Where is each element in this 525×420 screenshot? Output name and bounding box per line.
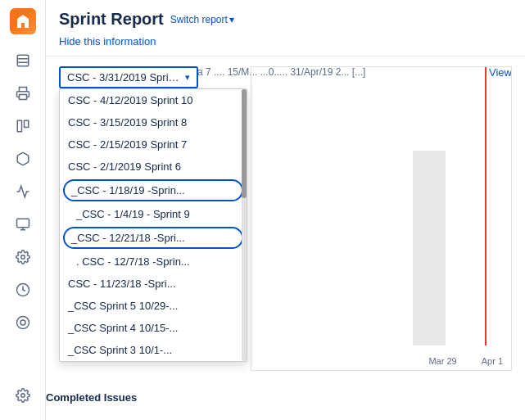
dropdown-item-10[interactable]: _CSC Sprint 5 10/29-... — [60, 295, 247, 317]
hide-info-link[interactable]: Hide this information — [59, 35, 156, 47]
sprint-dropdown-selected[interactable]: CSC - 3/31/2019 Sprint 9 ▾ — [59, 66, 198, 88]
dropdown-scrollbar[interactable] — [242, 89, 247, 361]
chart-label-apr1: Apr 1 — [482, 356, 503, 366]
sidebar-item-board[interactable] — [7, 111, 39, 141]
chart-area: Mar 29 Apr 1 — [251, 66, 512, 371]
svg-point-9 — [20, 255, 25, 260]
main-content: Sprint Report Switch report ▾ Hide this … — [46, 0, 525, 420]
switch-report-button[interactable]: Switch report ▾ — [170, 14, 234, 25]
dropdown-arrow-icon: ▾ — [185, 72, 190, 83]
sidebar-item-releases[interactable] — [7, 144, 39, 174]
sidebar-item-settings[interactable] — [7, 242, 39, 272]
svg-point-11 — [16, 317, 29, 329]
sidebar-item-gear-bottom[interactable] — [7, 381, 39, 410]
svg-point-13 — [20, 394, 25, 398]
sidebar-item-clock[interactable] — [7, 275, 39, 305]
svg-rect-4 — [17, 120, 21, 132]
dropdown-item-1[interactable]: CSC - 4/12/2019 Sprint 10 — [60, 89, 247, 111]
dropdown-item-2[interactable]: CSC - 3/15/2019 Sprint 8 — [60, 111, 247, 133]
sidebar-item-backlog[interactable] — [7, 46, 39, 75]
dropdown-scrollbar-thumb — [242, 89, 247, 198]
sprint-dropdown-value: CSC - 3/31/2019 Sprint 9 — [67, 71, 180, 84]
dropdown-item-12[interactable]: _CSC Sprint 3 10/1-... — [60, 339, 247, 361]
svg-rect-0 — [17, 55, 29, 66]
sprint-dropdown-container: CSC - 3/31/2019 Sprint 9 ▾ CSC - 4/12/20… — [59, 66, 198, 88]
page-title: Sprint Report — [59, 10, 164, 29]
dropdown-item-7[interactable]: _CSC - 12/21/18 -Spri... — [63, 227, 243, 249]
svg-point-12 — [20, 320, 25, 325]
content-area: a 7 .... 15/M... ...0..... 31/Apr/19 2..… — [46, 56, 525, 420]
sidebar-item-components[interactable] — [7, 210, 39, 239]
sidebar — [0, 0, 46, 420]
sprint-dropdown-list: CSC - 4/12/2019 Sprint 10 CSC - 3/15/201… — [59, 88, 247, 362]
page-header: Sprint Report Switch report ▾ Hide this … — [46, 0, 525, 56]
dropdown-item-3[interactable]: CSC - 2/15/2019 Sprint 7 — [60, 133, 247, 156]
sidebar-item-reports[interactable] — [7, 177, 39, 206]
sidebar-item-print[interactable] — [7, 79, 39, 108]
dropdown-item-9[interactable]: CSC - 11/23/18 -Spri... — [60, 273, 247, 295]
dropdown-item-8[interactable]: . CSC - 12/7/18 -Sprin... — [60, 251, 247, 273]
completed-issues-label: Completed Issues — [46, 391, 137, 404]
svg-rect-5 — [24, 120, 28, 127]
dropdown-item-4[interactable]: CSC - 2/1/2019 Sprint 6 — [60, 156, 247, 178]
dropdown-item-6[interactable]: _CSC - 1/4/19 - Sprint 9 — [60, 203, 247, 225]
dropdown-item-5[interactable]: _CSC - 1/18/19 -Sprin... — [63, 179, 243, 201]
dropdown-item-11[interactable]: _CSC Sprint 4 10/15-... — [60, 317, 247, 339]
chart-x-labels: Mar 29 Apr 1 — [251, 356, 511, 366]
svg-rect-3 — [19, 95, 26, 100]
chart-label-mar29: Mar 29 — [428, 356, 456, 366]
sidebar-item-badge[interactable] — [7, 308, 39, 337]
app-logo — [8, 7, 38, 36]
svg-rect-6 — [16, 219, 29, 228]
